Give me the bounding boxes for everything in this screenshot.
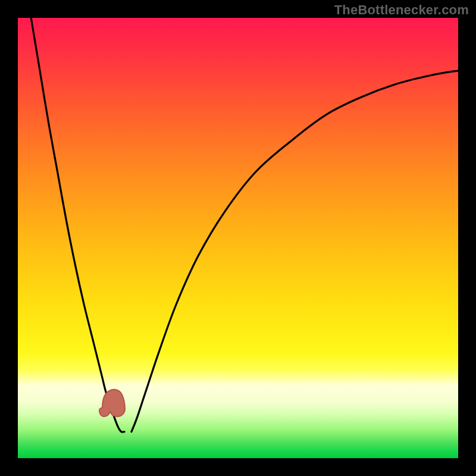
chart-frame: TheBottlenecker.com: [0, 0, 476, 476]
watermark-text: TheBottlenecker.com: [334, 2, 469, 18]
bottleneck-chart: [0, 0, 476, 476]
plot-background: [18, 18, 458, 458]
